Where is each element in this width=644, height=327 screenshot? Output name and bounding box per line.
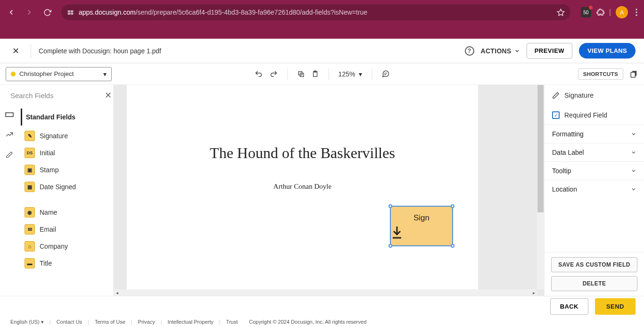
svg-rect-15: [631, 72, 635, 77]
page-footer: English (US) ▾ | Contact Us | Terms of U…: [0, 317, 644, 327]
document-page[interactable]: The Hound of the Baskervilles Arthur Con…: [127, 85, 478, 296]
extensions-area: 50 | A: [581, 6, 640, 18]
main-area: ✕ Standard Fields ✎Signature DSInitial ▣…: [0, 85, 644, 296]
field-label: Email: [40, 226, 56, 233]
email-icon: ✉: [25, 224, 35, 235]
divider: [31, 44, 31, 58]
bottom-action-bar: BACK SEND: [0, 296, 644, 317]
svg-rect-0: [68, 10, 70, 12]
custom-fields-mode-icon[interactable]: [3, 128, 16, 141]
chevron-down-icon: [631, 150, 636, 155]
site-settings-icon: [67, 9, 74, 16]
field-signature[interactable]: ✎Signature: [21, 127, 108, 144]
recipient-selector[interactable]: Christopher Project ▾: [6, 67, 112, 81]
stamp-icon: ▣: [25, 165, 35, 175]
resize-handle[interactable]: [388, 244, 392, 248]
placed-signature-field[interactable]: Sign: [390, 206, 453, 246]
field-stamp[interactable]: ▣Stamp: [21, 161, 108, 178]
star-icon[interactable]: [557, 8, 565, 17]
copy-icon[interactable]: [297, 70, 305, 78]
fields-panel: ✕ Standard Fields ✎Signature DSInitial ▣…: [0, 85, 114, 296]
section-formatting[interactable]: Formatting: [545, 125, 644, 143]
edit-mode-icon[interactable]: [4, 149, 15, 160]
help-icon[interactable]: ?: [465, 46, 474, 56]
actions-dropdown[interactable]: ACTIONS: [481, 47, 520, 55]
shortcuts-button[interactable]: SHORTCUTS: [578, 68, 623, 80]
browser-menu-icon[interactable]: [633, 8, 640, 16]
footer-link-contact[interactable]: Contact Us: [57, 319, 82, 325]
signature-icon: ✎: [25, 131, 35, 141]
back-nav-icon[interactable]: [4, 5, 19, 20]
svg-marker-4: [557, 9, 564, 15]
svg-point-7: [636, 14, 637, 16]
clear-search-icon[interactable]: ✕: [105, 90, 112, 101]
resize-handle[interactable]: [451, 244, 454, 248]
back-button[interactable]: BACK: [550, 298, 588, 315]
send-button[interactable]: SEND: [595, 298, 636, 315]
field-label: Name: [40, 209, 57, 216]
field-name[interactable]: ◉Name: [21, 204, 108, 221]
search-input[interactable]: [10, 92, 100, 100]
field-label: Date Signed: [40, 183, 76, 191]
svg-rect-3: [71, 13, 73, 14]
svg-point-6: [636, 11, 637, 13]
chevron-down-icon: ▾: [103, 70, 107, 78]
field-list[interactable]: Standard Fields ✎Signature DSInitial ▣St…: [19, 106, 113, 296]
reload-icon[interactable]: [40, 5, 55, 20]
standard-fields-mode-icon[interactable]: [3, 109, 16, 120]
browser-toolbar: apps.docusign.com/send/prepare/5c6ca6f4-…: [0, 0, 644, 25]
close-icon[interactable]: ✕: [8, 44, 23, 58]
pages-icon[interactable]: [630, 70, 638, 78]
svg-point-5: [636, 8, 637, 10]
profile-avatar[interactable]: A: [616, 6, 628, 18]
checkbox-checked-icon[interactable]: ✓: [552, 111, 560, 119]
app-header: ✕ Complete with Docusign: houn page 1.pd…: [0, 39, 644, 63]
paste-icon[interactable]: [312, 70, 319, 78]
section-data-label[interactable]: Data Label: [545, 143, 644, 161]
sign-field-label: Sign: [391, 213, 452, 223]
field-email[interactable]: ✉Email: [21, 221, 108, 238]
recipient-color-dot: [11, 72, 16, 76]
footer-link-terms[interactable]: Terms of Use: [95, 319, 125, 325]
zoom-selector[interactable]: 125%▾: [339, 70, 363, 78]
recipient-name: Christopher Project: [19, 70, 74, 77]
copyright-text: Copyright © 2024 Docusign, Inc. All righ…: [249, 319, 366, 325]
search-row: ✕: [0, 85, 113, 106]
resize-handle[interactable]: [451, 204, 454, 208]
mode-rail: [0, 106, 19, 296]
footer-link-trust[interactable]: Trust: [226, 319, 238, 325]
document-canvas[interactable]: The Hound of the Baskervilles Arthur Con…: [114, 85, 544, 296]
field-title[interactable]: ▬Title: [21, 255, 108, 272]
page-title-text: The Hound of the Baskervilles: [127, 144, 478, 162]
vertical-scrollbar[interactable]: [537, 85, 544, 289]
redo-icon[interactable]: [270, 70, 278, 78]
save-custom-field-button[interactable]: SAVE AS CUSTOM FIELD: [551, 257, 637, 272]
resize-handle[interactable]: [388, 204, 392, 208]
company-icon: ⌂: [25, 241, 35, 252]
svg-rect-2: [71, 10, 73, 12]
undo-icon[interactable]: [255, 70, 263, 78]
delete-field-button[interactable]: DELETE: [551, 276, 637, 291]
section-tooltip[interactable]: Tooltip: [545, 161, 644, 180]
field-label: Signature: [40, 132, 68, 140]
extension-badge[interactable]: 50: [581, 7, 591, 17]
horizontal-scrollbar[interactable]: ◂▸: [114, 289, 537, 296]
preview-button[interactable]: PREVIEW: [527, 43, 572, 59]
chevron-down-icon: [631, 186, 636, 192]
field-company[interactable]: ⌂Company: [21, 238, 108, 255]
view-plans-button[interactable]: VIEW PLANS: [579, 43, 636, 59]
forward-nav-icon: [22, 5, 37, 20]
language-selector[interactable]: English (US) ▾: [10, 319, 44, 325]
comment-icon[interactable]: [381, 70, 389, 78]
section-location[interactable]: Location: [545, 180, 644, 198]
footer-link-ip[interactable]: Intellectual Property: [168, 319, 214, 325]
field-date-signed[interactable]: ▦Date Signed: [21, 178, 108, 195]
title-icon: ▬: [25, 258, 35, 268]
required-field-toggle[interactable]: ✓ Required Field: [545, 106, 644, 125]
extensions-icon[interactable]: [596, 8, 604, 17]
url-bar[interactable]: apps.docusign.com/send/prepare/5c6ca6f4-…: [61, 4, 570, 20]
date-icon: ▦: [25, 182, 35, 192]
footer-link-privacy[interactable]: Privacy: [138, 319, 155, 325]
field-initial[interactable]: DSInitial: [21, 144, 108, 161]
initial-icon: DS: [25, 148, 35, 158]
